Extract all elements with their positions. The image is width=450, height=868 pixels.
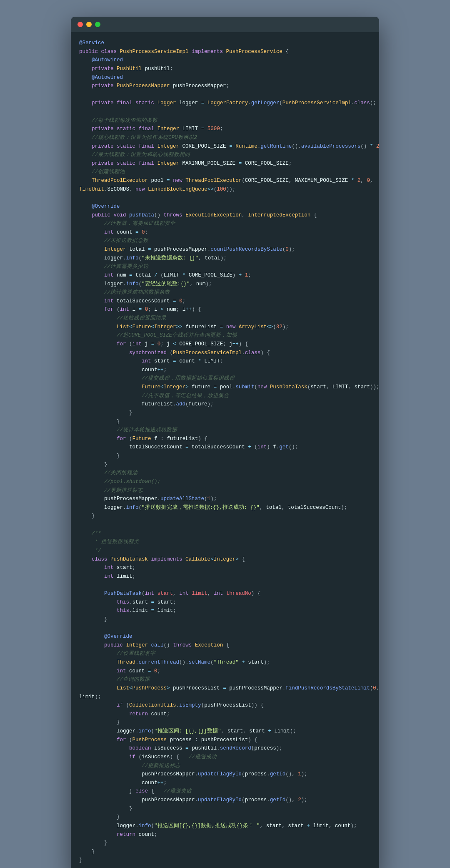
code-content: @Service public class PushProcessService… xyxy=(71,32,379,868)
title-bar xyxy=(71,17,379,32)
code-editor-window: @Service public class PushProcessService… xyxy=(71,17,379,868)
close-button[interactable] xyxy=(78,22,83,27)
maximize-button[interactable] xyxy=(95,22,100,27)
minimize-button[interactable] xyxy=(86,22,92,27)
